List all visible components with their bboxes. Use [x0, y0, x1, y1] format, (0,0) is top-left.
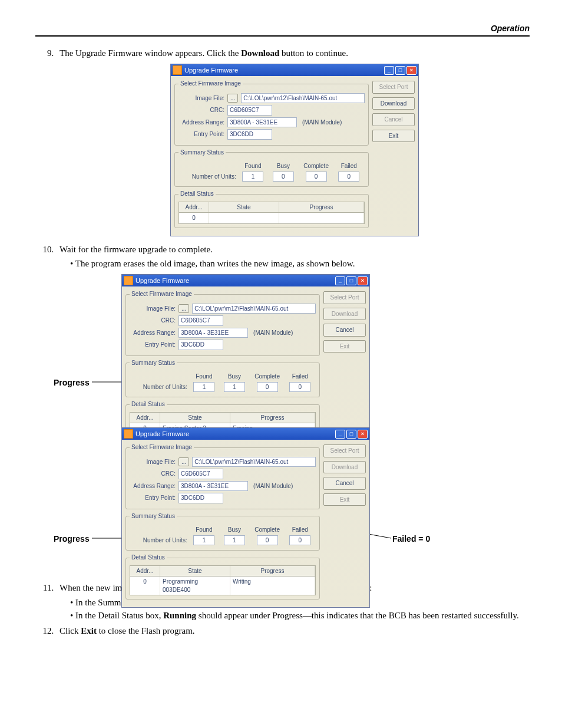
found-value: 1	[242, 172, 263, 182]
upgrade-window-1: Upgrade Firmware _ □ × Select Firmware I…	[170, 64, 419, 236]
close-icon[interactable]: ×	[406, 66, 416, 75]
minimize-icon[interactable]: _	[384, 66, 394, 75]
maximize-icon[interactable]: □	[346, 276, 356, 285]
crc-label: CRC:	[178, 106, 224, 114]
address-range-value: 3D800A - 3E31EE	[227, 117, 297, 128]
browse-button[interactable]: ...	[178, 304, 189, 314]
complete-value: 0	[306, 172, 327, 182]
image-file-input[interactable]: C:\LOL\pwr\m12\Flash\MAIN-65.out	[192, 457, 316, 467]
detail-row: 0	[178, 213, 365, 224]
entry-point-value: 3DC6DD	[227, 129, 272, 140]
close-icon[interactable]: ×	[358, 430, 368, 439]
exit-button[interactable]: Exit	[323, 340, 366, 353]
upgrade-window-2: Upgrade Firmware _□× Select Firmware Ima…	[121, 274, 370, 447]
exit-button[interactable]: Exit	[323, 493, 366, 506]
download-button[interactable]: Download	[323, 308, 366, 321]
select-port-button[interactable]: Select Port	[372, 81, 415, 94]
select-port-button[interactable]: Select Port	[323, 291, 366, 304]
progress-annotation: Progress	[54, 377, 90, 388]
busy-value: 0	[273, 172, 294, 182]
step-9: The Upgrade Firmware window appears. Cli…	[56, 47, 530, 236]
titlebar: Upgrade Firmware _ □ ×	[171, 64, 418, 76]
maximize-icon[interactable]: □	[395, 66, 405, 75]
summary-status: Summary Status FoundBusyCompleteFailed N…	[174, 149, 369, 187]
progress-annotation-2: Progress	[54, 533, 90, 545]
step-12: Click Exit to close the Flash program.	[56, 625, 530, 637]
minimize-icon[interactable]: _	[335, 276, 345, 285]
crc-value: C6D605C7	[227, 105, 272, 116]
image-file-input[interactable]: C:\LOL\pwr\m12\Flash\MAIN-65.out	[241, 93, 365, 104]
download-button[interactable]: Download	[372, 97, 415, 110]
failed-annotation: Failed = 0	[392, 533, 430, 545]
failed-value: 0	[338, 172, 359, 182]
cancel-button[interactable]: Cancel	[323, 324, 366, 337]
exit-button[interactable]: Exit	[372, 130, 415, 143]
select-firmware-image: Select Firmware Image Image File: ... C:…	[174, 80, 369, 146]
minimize-icon[interactable]: _	[335, 430, 345, 439]
image-file-input[interactable]: C:\LOL\pwr\m12\Flash\MAIN-65.out	[192, 304, 316, 314]
main-module-label: (MAIN Module)	[302, 118, 342, 127]
section-header: Operation	[35, 24, 530, 33]
cancel-button[interactable]: Cancel	[323, 477, 366, 490]
browse-button[interactable]: ...	[178, 457, 189, 467]
image-file-label: Image File:	[178, 94, 224, 103]
detail-status: Detail Status Addr...StateProgress 0	[174, 190, 369, 228]
maximize-icon[interactable]: □	[346, 430, 356, 439]
cancel-button[interactable]: Cancel	[372, 113, 415, 126]
browse-button[interactable]: ...	[227, 94, 238, 103]
download-button[interactable]: Download	[323, 461, 366, 474]
select-port-button[interactable]: Select Port	[323, 444, 366, 457]
step-10: Wait for the firmware upgrade to complet…	[56, 243, 530, 575]
upgrade-window-3: Upgrade Firmware _□× Select Firmware Ima…	[121, 427, 370, 608]
app-icon	[173, 65, 182, 75]
header-rule	[35, 35, 530, 37]
address-range-label: Address Range:	[178, 118, 224, 127]
window-title: Upgrade Firmware	[184, 66, 384, 75]
entry-point-label: Entry Point:	[178, 130, 224, 139]
close-icon[interactable]: ×	[358, 276, 368, 285]
